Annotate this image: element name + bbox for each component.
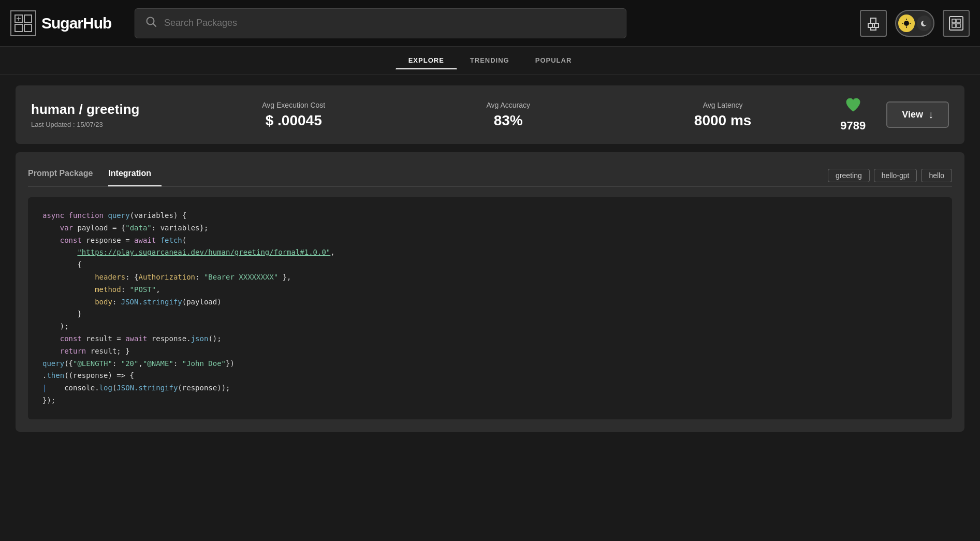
heart-icon bbox=[845, 97, 861, 117]
svg-rect-2 bbox=[15, 24, 22, 32]
download-icon: ↓ bbox=[928, 109, 933, 121]
tag-hello-gpt[interactable]: hello-gpt bbox=[874, 169, 917, 182]
notification-button[interactable] bbox=[860, 10, 887, 37]
logo-area: SugarHub bbox=[10, 10, 124, 36]
likes-section: 9789 bbox=[840, 97, 866, 133]
metric-latency: Avg Latency 8000 ms bbox=[626, 101, 820, 129]
main-content: human / greeting Last Updated : 15/07/23… bbox=[0, 75, 980, 442]
package-title: human / greeting bbox=[31, 101, 176, 118]
svg-point-12 bbox=[904, 21, 909, 26]
tab-popular[interactable]: POPULAR bbox=[522, 52, 585, 69]
package-updated: Last Updated : 15/07/23 bbox=[31, 121, 176, 128]
tab-prompt-package[interactable]: Prompt Package bbox=[28, 165, 103, 186]
logo-icon bbox=[10, 10, 36, 36]
metric-execution-cost-value: $ .00045 bbox=[197, 112, 390, 129]
svg-rect-11 bbox=[871, 27, 876, 30]
svg-rect-3 bbox=[24, 24, 32, 32]
header-icons bbox=[860, 10, 970, 37]
metric-accuracy-value: 83% bbox=[411, 112, 605, 129]
tag-greeting[interactable]: greeting bbox=[828, 169, 870, 182]
moon-icon bbox=[917, 16, 931, 31]
svg-rect-21 bbox=[957, 24, 960, 27]
search-icon bbox=[145, 16, 157, 31]
package-header-card: human / greeting Last Updated : 15/07/23… bbox=[16, 85, 964, 144]
svg-line-7 bbox=[153, 23, 156, 26]
metric-execution-cost: Avg Execution Cost $ .00045 bbox=[197, 101, 390, 129]
tab-trending[interactable]: TRENDING bbox=[457, 52, 522, 69]
code-block: async function query(variables) { var pa… bbox=[28, 197, 952, 419]
svg-rect-19 bbox=[957, 19, 960, 23]
detail-tabs-bar: Prompt Package Integration greeting hell… bbox=[28, 165, 952, 187]
svg-rect-20 bbox=[952, 24, 956, 27]
sun-icon bbox=[898, 14, 915, 32]
svg-rect-17 bbox=[949, 17, 963, 30]
view-button[interactable]: View ↓ bbox=[886, 101, 949, 128]
svg-rect-1 bbox=[24, 15, 32, 22]
package-title-section: human / greeting Last Updated : 15/07/23 bbox=[31, 101, 176, 128]
tab-integration[interactable]: Integration bbox=[108, 165, 162, 186]
metric-latency-label: Avg Latency bbox=[626, 101, 820, 109]
nav-tabs: EXPLORE TRENDING POPULAR bbox=[0, 47, 980, 75]
theme-toggle-button[interactable] bbox=[895, 10, 934, 37]
search-bar[interactable] bbox=[135, 8, 626, 38]
svg-rect-9 bbox=[868, 23, 872, 27]
package-detail-card: Prompt Package Integration greeting hell… bbox=[16, 152, 964, 432]
tag-hello[interactable]: hello bbox=[921, 169, 952, 182]
svg-rect-10 bbox=[874, 23, 879, 27]
account-button[interactable] bbox=[943, 10, 970, 37]
metric-accuracy: Avg Accuracy 83% bbox=[411, 101, 605, 129]
metric-execution-cost-label: Avg Execution Cost bbox=[197, 101, 390, 109]
svg-rect-8 bbox=[871, 18, 876, 23]
tag-badges: greeting hello-gpt hello bbox=[828, 169, 952, 182]
logo-text: SugarHub bbox=[41, 14, 111, 32]
header: SugarHub bbox=[0, 0, 980, 47]
likes-count: 9789 bbox=[840, 119, 866, 133]
metric-latency-value: 8000 ms bbox=[626, 112, 820, 129]
search-input[interactable] bbox=[164, 18, 616, 28]
tab-explore[interactable]: EXPLORE bbox=[396, 52, 457, 69]
metric-accuracy-label: Avg Accuracy bbox=[411, 101, 605, 109]
svg-rect-18 bbox=[952, 19, 956, 23]
